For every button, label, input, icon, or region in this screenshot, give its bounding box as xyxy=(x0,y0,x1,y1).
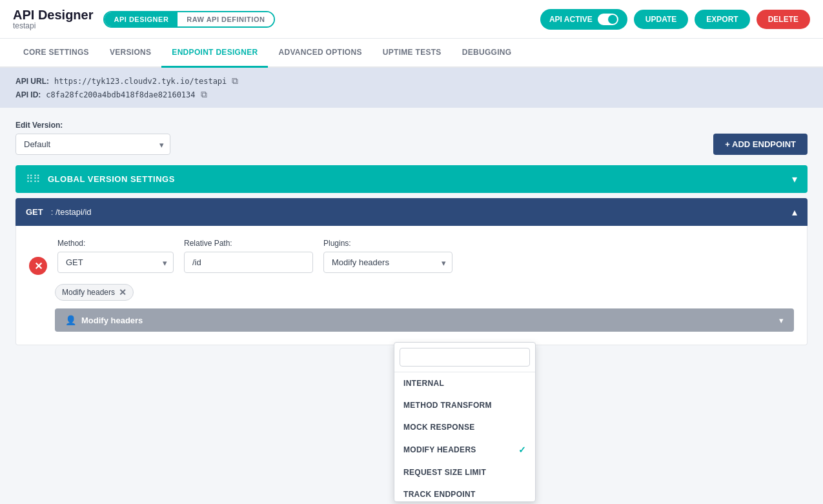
plugin-section-title: Modify headers xyxy=(81,316,143,325)
export-button[interactable]: EXPORT xyxy=(695,10,749,29)
dropdown-search-container xyxy=(394,343,535,358)
delete-endpoint-button[interactable]: ✕ xyxy=(29,257,47,275)
path-label: Relative Path: xyxy=(184,239,313,248)
header-right: API ACTIVE UPDATE EXPORT DELETE xyxy=(540,9,810,30)
method-select-wrap: GET POST PUT DELETE ▾ xyxy=(57,252,174,273)
version-select[interactable]: Default xyxy=(15,134,170,155)
endpoint-path-label: : /testapi/id xyxy=(51,207,92,217)
api-id-row: API ID: c8fa28fc200a4bdb418f8dae82160134… xyxy=(15,89,808,100)
copy-url-icon[interactable]: ⧉ xyxy=(232,76,238,86)
modify-headers-tag: Modify headers ✕ xyxy=(55,284,134,301)
endpoint-method-badge: GET xyxy=(26,207,43,217)
plugin-tags-row: Modify headers ✕ xyxy=(55,284,794,301)
tab-uptime-tests[interactable]: UPTIME TESTS xyxy=(372,39,452,68)
header: API Designer testapi API DESIGNER RAW AP… xyxy=(0,0,823,39)
api-info-bar: API URL: https://tyk123.cloudv2.tyk.io/t… xyxy=(0,68,823,108)
method-label: Method: xyxy=(57,239,174,248)
plugins-dropdown: INTERNAL METHOD TRANSFORM MOCK RESPONSE … xyxy=(394,342,536,358)
endpoint-fields: ✕ Method: GET POST PUT DELETE ▾ Relative… xyxy=(55,239,794,275)
tab-core-settings[interactable]: CORE SETTINGS xyxy=(13,39,99,68)
api-active-toggle[interactable] xyxy=(598,14,618,25)
api-id-label: API ID: xyxy=(15,90,41,99)
global-settings-chevron-icon: ▾ xyxy=(792,173,797,185)
raw-api-tab[interactable]: RAW API DEFINITION xyxy=(178,12,274,26)
add-endpoint-button[interactable]: + ADD ENDPOINT xyxy=(713,134,808,155)
api-url-value: https://tyk123.cloudv2.tyk.io/testapi xyxy=(54,77,227,86)
global-settings-bar[interactable]: ⠿⠿ GLOBAL VERSION SETTINGS ▾ xyxy=(15,165,808,193)
endpoint-bar[interactable]: GET : /testapi/id ▴ xyxy=(15,198,808,226)
logo-title: API Designer xyxy=(13,8,93,23)
plugin-section-left: 👤 Modify headers xyxy=(65,315,143,325)
plugin-tag-label: Modify headers xyxy=(62,288,115,297)
api-url-label: API URL: xyxy=(15,77,49,86)
method-select[interactable]: GET POST PUT DELETE xyxy=(57,252,174,273)
api-active-button[interactable]: API ACTIVE xyxy=(540,9,627,30)
endpoint-left: GET : /testapi/id xyxy=(26,207,92,217)
edit-version-label: Edit Version: xyxy=(15,121,170,130)
main-content: Edit Version: Default ▾ + ADD ENDPOINT ⠿… xyxy=(0,108,823,358)
delete-button[interactable]: DELETE xyxy=(757,10,810,29)
endpoint-content: ✕ Method: GET POST PUT DELETE ▾ Relative… xyxy=(15,226,808,345)
logo-subtitle: testapi xyxy=(13,21,93,30)
global-settings-left: ⠿⠿ GLOBAL VERSION SETTINGS xyxy=(26,173,175,185)
plugins-field-group: Plugins: Modify headers ▾ xyxy=(323,239,452,273)
header-left: API Designer testapi API DESIGNER RAW AP… xyxy=(13,8,275,30)
path-field-group: Relative Path: xyxy=(184,239,313,273)
remove-tag-icon[interactable]: ✕ xyxy=(119,287,127,297)
nav-tabs: CORE SETTINGS VERSIONS ENDPOINT DESIGNER… xyxy=(0,39,823,68)
plugins-select-wrap: Modify headers ▾ xyxy=(323,252,452,273)
api-designer-tab[interactable]: API DESIGNER xyxy=(105,12,178,26)
plugins-label: Plugins: xyxy=(323,239,452,248)
api-url-row: API URL: https://tyk123.cloudv2.tyk.io/t… xyxy=(15,76,808,86)
endpoint-chevron-icon: ▴ xyxy=(792,206,797,218)
version-select-wrap: Default ▾ xyxy=(15,134,170,155)
modify-headers-section[interactable]: 👤 Modify headers ▾ xyxy=(55,308,794,332)
logo-block: API Designer testapi xyxy=(13,8,93,30)
plugin-section-chevron-icon: ▾ xyxy=(779,316,784,325)
update-button[interactable]: UPDATE xyxy=(634,10,688,29)
path-input[interactable] xyxy=(184,252,313,273)
tab-advanced-options[interactable]: ADVANCED OPTIONS xyxy=(268,39,372,68)
method-field-group: Method: GET POST PUT DELETE ▾ xyxy=(57,239,174,273)
version-selector-group: Edit Version: Default ▾ xyxy=(15,121,170,155)
api-active-label: API ACTIVE xyxy=(549,15,593,24)
tab-versions[interactable]: VERSIONS xyxy=(99,39,161,68)
tab-endpoint-designer[interactable]: ENDPOINT DESIGNER xyxy=(161,39,268,68)
edit-version-section: Edit Version: Default ▾ + ADD ENDPOINT xyxy=(15,121,808,155)
api-id-value: c8fa28fc200a4bdb418f8dae82160134 xyxy=(46,90,195,99)
copy-id-icon[interactable]: ⧉ xyxy=(201,89,207,100)
global-settings-title: GLOBAL VERSION SETTINGS xyxy=(48,174,175,184)
drag-handle-icon: ⠿⠿ xyxy=(26,173,40,185)
plugin-section-user-icon: 👤 xyxy=(65,315,76,325)
plugins-select[interactable]: Modify headers xyxy=(323,252,452,273)
tab-debugging[interactable]: DEBUGGING xyxy=(452,39,522,68)
dropdown-search-input[interactable] xyxy=(400,348,530,358)
view-switcher: API DESIGNER RAW API DEFINITION xyxy=(103,11,275,28)
